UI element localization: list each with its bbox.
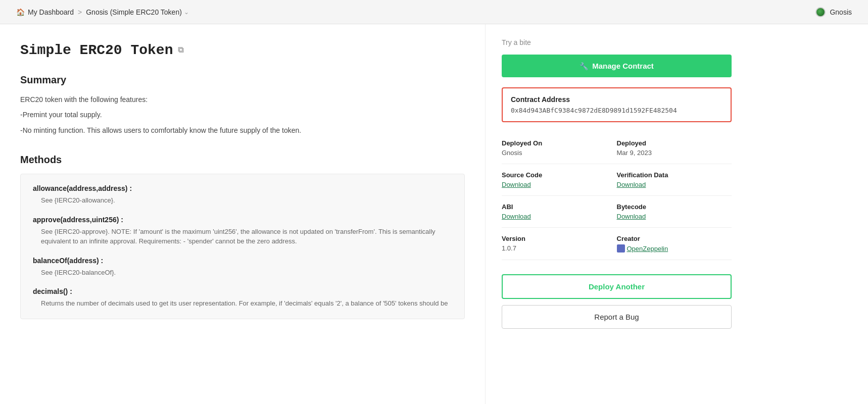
verification-data-value: Download [617,181,732,188]
wrench-icon: 🔧 [580,62,588,70]
abi-download-link[interactable]: Download [502,213,531,220]
manage-contract-label: Manage Contract [592,62,654,70]
version-cell: Version 1.0.7 [502,228,617,260]
copy-icon[interactable]: ⧉ [178,45,183,55]
method-allowance-description: See {IERC20-allowance}. [33,195,452,206]
summary-line-2: -Premint your total supply. [20,109,465,120]
bytecode-label: Bytecode [617,203,732,211]
deployed-on-value: Gnosis [502,149,617,157]
verification-data-label: Verification Data [617,171,732,179]
deployed-value: Mar 9, 2023 [617,149,732,157]
version-label: Version [502,235,617,242]
creator-label: Creator [617,235,732,242]
abi-cell: ABI Download [502,196,617,228]
topbar: 🏠 My Dashboard > Gnosis (Simple ERC20 To… [0,0,868,24]
version-value: 1.0.7 [502,244,617,252]
breadcrumb-home[interactable]: 🏠 My Dashboard [16,8,74,16]
contract-address-box: Contract Address 0x84d943ABfC9384c9872dE… [502,87,732,122]
summary-section: Summary ERC20 token with the following f… [20,74,465,136]
chevron-down-icon: ⌄ [184,9,189,16]
home-icon: 🏠 [16,8,25,16]
method-allowance: allowance(address,address) : See {IERC20… [33,184,452,206]
bytecode-download-link[interactable]: Download [617,213,646,220]
summary-line-1: ERC20 token with the following features: [20,94,465,105]
contract-address-title: Contract Address [511,95,722,104]
deploy-another-button[interactable]: Deploy Another [502,274,732,299]
bytecode-cell: Bytecode Download [617,196,732,228]
network-label: Gnosis [830,8,852,16]
try-a-bite-label: Try a bite [502,38,732,46]
creator-cell: Creator OpenZeppelin [617,228,732,260]
verification-data-cell: Verification Data Download [617,164,732,196]
verification-data-download-link[interactable]: Download [617,181,646,188]
page-title: Simple ERC20 Token ⧉ [20,42,465,58]
method-approve-signature: approve(address,uint256) : [33,216,452,224]
methods-box: allowance(address,address) : See {IERC20… [20,174,465,319]
method-allowance-signature: allowance(address,address) : [33,184,452,192]
methods-heading: Methods [20,154,465,166]
method-decimals-description: Returns the number of decimals used to g… [33,298,452,309]
breadcrumb-separator: > [78,8,82,16]
contract-address-value[interactable]: 0x84d943ABfC9384c9872dE8D9891d1592FE4825… [511,107,722,114]
method-balanceof-description: See {IERC20-balanceOf}. [33,268,452,278]
summary-heading: Summary [20,74,465,86]
creator-name: OpenZeppelin [627,245,668,252]
source-code-label: Source Code [502,171,617,179]
breadcrumb-home-label[interactable]: My Dashboard [28,8,74,16]
creator-link[interactable]: OpenZeppelin [617,244,732,252]
network-icon [815,7,826,17]
info-grid: Deployed On Gnosis Deployed Mar 9, 2023 … [502,132,732,260]
breadcrumb: 🏠 My Dashboard > Gnosis (Simple ERC20 To… [16,8,189,16]
breadcrumb-current[interactable]: Gnosis (Simple ERC20 Token) ⌄ [86,8,189,16]
source-code-value: Download [502,181,617,188]
method-decimals: decimals() : Returns the number of decim… [33,287,452,309]
deployed-on-cell: Deployed On Gnosis [502,132,617,164]
deployed-cell: Deployed Mar 9, 2023 [617,132,732,164]
method-approve-description: See {IERC20-approve}. NOTE: If 'amount' … [33,227,452,246]
methods-section: Methods allowance(address,address) : See… [20,154,465,319]
method-balanceof-signature: balanceOf(address) : [33,257,452,265]
method-decimals-signature: decimals() : [33,287,452,295]
deployed-on-label: Deployed On [502,139,617,147]
action-buttons: Deploy Another Report a Bug [502,274,732,329]
bytecode-value: Download [617,213,732,220]
source-code-download-link[interactable]: Download [502,181,531,188]
manage-contract-button[interactable]: 🔧 Manage Contract [502,55,732,77]
right-sidebar: Try a bite 🔧 Manage Contract Contract Ad… [485,24,748,404]
source-code-cell: Source Code Download [502,164,617,196]
deployed-label: Deployed [617,139,732,147]
summary-line-3: -No minting function. This allows users … [20,125,465,136]
report-bug-button[interactable]: Report a Bug [502,305,732,329]
abi-value: Download [502,213,617,220]
main-layout: Simple ERC20 Token ⧉ Summary ERC20 token… [0,24,868,404]
breadcrumb-current-label: Gnosis (Simple ERC20 Token) [86,8,182,16]
openzeppelin-icon [617,244,625,252]
page-title-text: Simple ERC20 Token [20,42,173,58]
method-approve: approve(address,uint256) : See {IERC20-a… [33,216,452,246]
abi-label: ABI [502,203,617,211]
creator-value: OpenZeppelin [617,244,732,252]
left-content: Simple ERC20 Token ⧉ Summary ERC20 token… [0,24,485,404]
method-balanceof: balanceOf(address) : See {IERC20-balance… [33,257,452,278]
topbar-right: Gnosis [815,7,852,17]
